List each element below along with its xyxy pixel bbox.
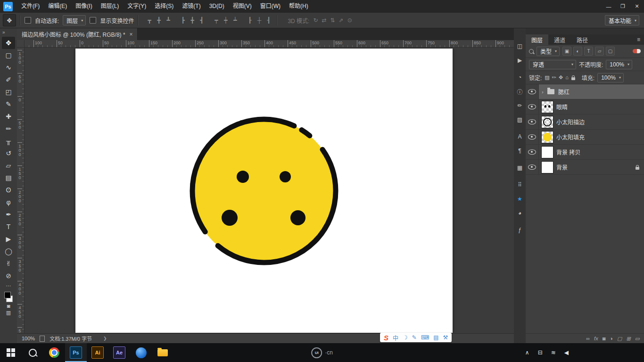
sogou-pen-icon[interactable]: ✎ bbox=[412, 334, 417, 341]
layer-name[interactable]: 腮红 bbox=[558, 88, 570, 96]
adjustment-layer-icon[interactable]: ◑ bbox=[610, 336, 613, 341]
layer-row-0[interactable]: ›腮红 bbox=[526, 84, 644, 99]
lock-all-icon[interactable] bbox=[571, 77, 575, 80]
align-icon-0-1[interactable]: ╋ bbox=[155, 16, 163, 25]
ruler-top[interactable]: 1005005010015020025030035040045050055060… bbox=[24, 40, 514, 48]
layer-group-icon[interactable]: ▢ bbox=[617, 336, 622, 342]
align-icon-1-2[interactable]: ┫ bbox=[198, 16, 206, 25]
styles-panel-icon[interactable]: ƒ bbox=[515, 225, 525, 235]
layer-name[interactable]: 眼睛 bbox=[556, 103, 568, 111]
layer-thumbnail[interactable] bbox=[542, 116, 553, 128]
sogou-skin-icon[interactable]: ▤ bbox=[433, 334, 438, 341]
layer-thumbnail[interactable] bbox=[542, 162, 553, 173]
close-tab-icon[interactable]: × bbox=[130, 31, 133, 38]
taskbar-search-button[interactable] bbox=[22, 343, 43, 362]
layer-name[interactable]: 背景 拷贝 bbox=[556, 148, 580, 156]
history-panel-icon[interactable]: ◫ bbox=[515, 41, 525, 51]
menu-item-4[interactable]: 文字(Y) bbox=[123, 0, 150, 13]
document-tab[interactable]: 描边风格小图标 @ 100% (腮红, RGB/8) * × bbox=[17, 28, 138, 40]
adjustments-panel-icon[interactable]: ◔ bbox=[515, 73, 525, 82]
ellipse-tool[interactable]: ◯ bbox=[2, 245, 15, 257]
close-button[interactable]: ✕ bbox=[630, 0, 644, 13]
status-expand-icon[interactable]: ❯ bbox=[103, 336, 107, 341]
sogou-toolbox-icon[interactable]: ⚒ bbox=[443, 334, 448, 341]
visibility-cell[interactable] bbox=[526, 160, 539, 174]
align-icon-3-2[interactable]: ┨ bbox=[264, 16, 272, 25]
layer-row-content[interactable]: ›腮红 bbox=[539, 84, 644, 99]
menu-item-1[interactable]: 编辑(E) bbox=[44, 0, 71, 13]
threed-icon-0[interactable]: ↻ bbox=[313, 17, 318, 24]
taskbar-photoshop-button[interactable]: Ps bbox=[65, 343, 87, 362]
threed-icon-4[interactable]: ⊙ bbox=[347, 17, 352, 24]
libraries-panel-icon[interactable]: ★ bbox=[515, 194, 525, 204]
community-panel-icon[interactable]: ◕ bbox=[515, 208, 525, 218]
gradient-tool[interactable]: ▤ bbox=[2, 172, 15, 184]
layer-name[interactable]: 小太阳填充 bbox=[556, 133, 585, 141]
brush-settings-panel-icon[interactable]: ✏ bbox=[515, 101, 525, 110]
layer-row-content[interactable]: 小太阳描边 bbox=[539, 115, 644, 129]
panel-menu-icon[interactable]: ≡ bbox=[633, 34, 644, 45]
auto-select-checkbox[interactable] bbox=[25, 17, 31, 24]
character-panel-icon[interactable]: A bbox=[515, 132, 525, 141]
layer-thumbnail[interactable] bbox=[542, 147, 553, 158]
layer-row-content[interactable]: 背景 拷贝 bbox=[539, 145, 644, 159]
healing-brush-tool[interactable]: ✚ bbox=[2, 110, 15, 123]
toolbox-collapse-button[interactable]: » bbox=[2, 30, 5, 35]
lasso-tool[interactable]: ∿ bbox=[2, 61, 15, 74]
taskbar-aftereffects-button[interactable]: Ae bbox=[108, 343, 130, 362]
align-icon-0-0[interactable]: ┳ bbox=[145, 16, 153, 25]
opacity-dropdown[interactable]: 100% ▾ bbox=[606, 60, 632, 69]
show-transform-checkbox[interactable] bbox=[90, 17, 96, 24]
sogou-keyboard-icon[interactable]: ⌨ bbox=[421, 334, 429, 341]
quick-mask-button[interactable]: ◙ bbox=[7, 303, 10, 309]
sogou-lang-icon[interactable]: 中 bbox=[393, 334, 398, 342]
tray-display-icon[interactable]: ⊟ bbox=[538, 349, 543, 356]
layer-style-icon[interactable]: fx bbox=[594, 336, 598, 341]
menu-item-9[interactable]: 窗口(W) bbox=[256, 0, 285, 13]
align-icon-3-1[interactable]: ┼ bbox=[255, 16, 263, 25]
align-icon-3-0[interactable]: ┠ bbox=[246, 16, 254, 25]
history-brush-tool[interactable]: ↺ bbox=[2, 147, 15, 159]
eye-icon[interactable] bbox=[528, 134, 536, 140]
taskbar-file-explorer-button[interactable] bbox=[152, 343, 173, 362]
tray-expand-icon[interactable]: ∧ bbox=[525, 349, 529, 356]
align-icon-2-1[interactable]: ┿ bbox=[222, 16, 230, 25]
visibility-cell[interactable] bbox=[526, 84, 539, 99]
menu-item-2[interactable]: 图像(I) bbox=[71, 0, 96, 13]
filter-shape-layers-icon[interactable]: ▱ bbox=[595, 47, 604, 56]
visibility-cell[interactable] bbox=[526, 99, 539, 114]
menu-item-8[interactable]: 视图(V) bbox=[229, 0, 256, 13]
clone-stamp-tool[interactable]: ╥ bbox=[2, 135, 15, 147]
filter-type-layers-icon[interactable]: T bbox=[584, 47, 593, 56]
hand-tool[interactable]: ✌ bbox=[2, 257, 15, 270]
restore-button[interactable]: ❐ bbox=[616, 0, 630, 13]
menu-item-3[interactable]: 图层(L) bbox=[97, 0, 124, 13]
tool-preset-button[interactable]: ✥ bbox=[3, 14, 16, 26]
layer-row-content[interactable]: 小太阳填充 bbox=[539, 130, 644, 144]
sogou-logo-icon[interactable]: S bbox=[384, 334, 388, 342]
align-icon-2-0[interactable]: ┯ bbox=[212, 16, 220, 25]
layer-thumbnail[interactable] bbox=[542, 101, 553, 113]
edit-toolbar-button[interactable]: ⋯ bbox=[6, 283, 11, 289]
expand-arrow-icon[interactable]: › bbox=[542, 89, 544, 95]
new-layer-icon[interactable]: ⊞ bbox=[626, 336, 630, 342]
align-icon-1-1[interactable]: ╋ bbox=[188, 16, 196, 25]
layer-name[interactable]: 小太阳描边 bbox=[556, 118, 585, 126]
lock-artboard-icon[interactable]: ⌂ bbox=[565, 74, 569, 81]
panel-tab-2[interactable]: 路径 bbox=[571, 34, 594, 45]
tray-network-icon[interactable]: ≋ bbox=[551, 349, 556, 356]
delete-layer-icon[interactable]: ▭ bbox=[635, 336, 640, 342]
eye-icon[interactable] bbox=[528, 104, 536, 109]
color-swatches[interactable] bbox=[3, 292, 14, 302]
sogou-input-bar[interactable]: S 中☽✎⌨▤⚒ bbox=[380, 333, 452, 342]
eye-icon[interactable] bbox=[528, 89, 536, 94]
menu-item-0[interactable]: 文件(F) bbox=[17, 0, 44, 13]
layer-name[interactable]: 背景 bbox=[556, 163, 568, 171]
filter-adjustment-layers-icon[interactable]: ◐ bbox=[573, 47, 582, 56]
zoom-level-field[interactable]: 100% bbox=[22, 336, 35, 341]
taskbar-chrome-button[interactable] bbox=[43, 343, 65, 362]
crop-tool[interactable]: ◰ bbox=[2, 86, 15, 98]
dodge-tool[interactable]: φ bbox=[2, 196, 15, 208]
eraser-tool[interactable]: ▱ bbox=[2, 159, 15, 172]
menu-item-7[interactable]: 3D(D) bbox=[205, 0, 229, 13]
